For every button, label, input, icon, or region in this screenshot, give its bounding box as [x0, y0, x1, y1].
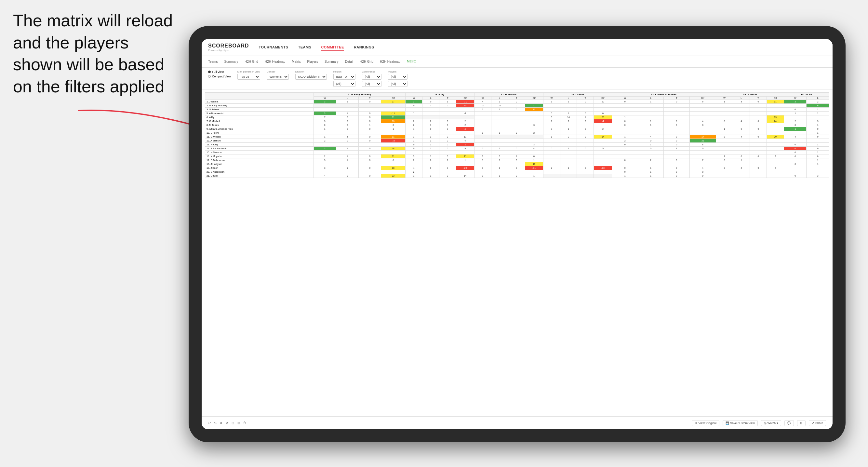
cell — [807, 139, 829, 143]
timer-icon[interactable]: ⏱ — [243, 421, 247, 425]
cell: 0 — [439, 174, 456, 178]
cell: 1 — [784, 127, 807, 131]
compact-view-option[interactable]: Compact View — [208, 75, 231, 78]
cell — [750, 131, 767, 135]
cell: 0 — [784, 107, 807, 112]
cell: 0 — [422, 166, 439, 170]
zoom-out-icon[interactable]: ⊟ — [231, 421, 234, 425]
share-label: Share — [815, 422, 823, 425]
cell: 2 — [784, 100, 807, 104]
sub-h-t2: T — [439, 97, 456, 100]
nav-tournaments[interactable]: TOURNAMENTS — [259, 44, 288, 51]
cell: 1 — [543, 119, 560, 123]
compact-view-radio[interactable] — [208, 75, 211, 78]
view-icon: 👁 — [695, 422, 698, 425]
cell — [359, 162, 381, 166]
subnav-h2h-grid2[interactable]: H2H Grid — [360, 57, 373, 66]
conference-all2-select[interactable]: (All) — [362, 81, 381, 87]
cell: 0 — [508, 158, 525, 162]
cell — [750, 143, 767, 147]
share-button[interactable]: ↗ Share — [809, 420, 826, 426]
layout-button[interactable]: ⊞ — [797, 420, 806, 426]
cell: 1 — [456, 158, 474, 162]
zoom-in-icon[interactable]: ⊞ — [238, 421, 240, 425]
full-view-option[interactable]: Full View — [208, 70, 231, 73]
view-original-button[interactable]: 👁 View: Original — [692, 420, 719, 426]
cell — [381, 107, 406, 112]
cell — [381, 162, 406, 166]
cell — [716, 170, 733, 174]
undo-icon[interactable]: ↩ — [208, 421, 211, 425]
watch-button[interactable]: ◎ Watch ▾ — [761, 420, 781, 426]
cell: 13 — [767, 116, 784, 119]
cell — [716, 131, 733, 135]
subnav-teams[interactable]: Teams — [208, 57, 218, 66]
region-all-select[interactable]: (All) — [333, 81, 355, 87]
subnav-matrix2[interactable]: Matrix — [407, 57, 415, 66]
cell — [543, 131, 560, 135]
cell — [750, 107, 767, 112]
bottom-toolbar: ↩ ↪ ↺ ⟳ ⊟ ⊞ ⏱ 👁 View: Original 💾 Save Cu… — [202, 416, 833, 429]
max-players-select[interactable]: Top 25 — [238, 74, 260, 80]
cell — [664, 151, 689, 154]
region-select[interactable]: East - DII — [333, 74, 355, 80]
subnav-summary[interactable]: Summary — [224, 57, 238, 66]
players-label: Players — [388, 70, 407, 73]
subnav-h2h-heatmap[interactable]: H2H Heatmap — [265, 57, 285, 66]
cell: 8 — [689, 123, 716, 127]
cell: 4 — [689, 119, 716, 123]
sub-h-l6: L — [733, 97, 750, 100]
full-view-radio[interactable] — [208, 70, 211, 73]
cell — [474, 151, 491, 154]
cell: 4 — [784, 135, 807, 139]
cell: 0 — [439, 147, 456, 151]
conference-select[interactable]: (All) — [362, 74, 381, 80]
players-filter: Players (All) (All) — [388, 70, 407, 87]
subnav-summary2[interactable]: Summary — [324, 57, 339, 66]
cell: 0 — [359, 174, 381, 178]
cell: 0 — [359, 112, 381, 116]
cell — [439, 112, 456, 116]
cell: 0 — [422, 100, 439, 104]
cell — [491, 112, 508, 116]
cell — [750, 123, 767, 127]
cell — [560, 154, 577, 158]
cell: 0 — [784, 162, 807, 166]
cell: 1 — [638, 174, 663, 178]
save-icon: 💾 — [725, 422, 729, 425]
cell — [406, 107, 423, 112]
cell: 0 — [406, 147, 423, 151]
comment-button[interactable]: 💬 — [784, 420, 794, 426]
player-name: 1. J Garcia — [205, 100, 314, 104]
save-custom-button[interactable]: 💾 Save Custom View — [723, 420, 758, 426]
players-select[interactable]: (All) — [388, 74, 407, 80]
cell: 1 — [336, 100, 359, 104]
players-all2-select[interactable]: (All) — [388, 81, 407, 87]
subnav-h2h-heatmap2[interactable]: H2H Heatmap — [380, 57, 400, 66]
cell — [508, 123, 525, 127]
cell: 3 — [525, 123, 543, 127]
cell — [767, 143, 784, 147]
cell — [439, 107, 456, 112]
cell: 1 — [422, 174, 439, 178]
cell: 3 — [406, 154, 423, 158]
cell — [594, 162, 612, 166]
subnav-h2h-grid[interactable]: H2H Grid — [245, 57, 258, 66]
division-select[interactable]: NCAA Division II — [295, 74, 327, 80]
cell — [381, 143, 406, 147]
refresh-icon[interactable]: ⟳ — [226, 421, 228, 425]
gender-select[interactable]: Women's — [267, 74, 289, 80]
cell: 1 — [560, 166, 577, 170]
cell — [456, 107, 474, 112]
redo-icon[interactable]: ↪ — [214, 421, 217, 425]
table-row: 21. O Stoll 4 0 0 33 1 1 0 14 1 1 0 1 — [205, 174, 829, 178]
table-row: 16. X Mcgaha 2 1 0 11 3 1 0 11 0 0 1 0 — [205, 154, 829, 158]
nav-committee[interactable]: COMMITTEE — [321, 44, 344, 51]
subnav-players[interactable]: Players — [307, 57, 318, 66]
nav-rankings[interactable]: RANKINGS — [354, 44, 374, 51]
nav-teams[interactable]: TEAMS — [298, 44, 311, 51]
subnav-matrix[interactable]: Matrix — [292, 57, 301, 66]
subnav-detail[interactable]: Detail — [345, 57, 353, 66]
reset-icon[interactable]: ↺ — [220, 421, 222, 425]
cell — [577, 170, 594, 174]
